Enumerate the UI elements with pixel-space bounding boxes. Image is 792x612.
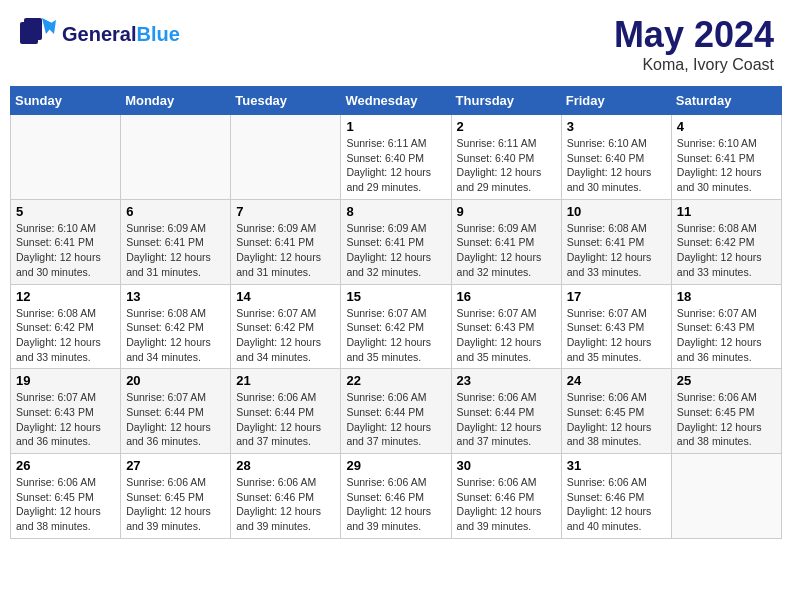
day-number: 1 xyxy=(346,119,445,134)
title-block: May 2024 Koma, Ivory Coast xyxy=(614,14,774,74)
day-info: Sunrise: 6:06 AM Sunset: 6:44 PM Dayligh… xyxy=(236,390,335,449)
calendar-cell: 3Sunrise: 6:10 AM Sunset: 6:40 PM Daylig… xyxy=(561,115,671,200)
day-number: 13 xyxy=(126,289,225,304)
day-number: 19 xyxy=(16,373,115,388)
calendar-week-row: 19Sunrise: 6:07 AM Sunset: 6:43 PM Dayli… xyxy=(11,369,782,454)
day-number: 10 xyxy=(567,204,666,219)
calendar-cell: 8Sunrise: 6:09 AM Sunset: 6:41 PM Daylig… xyxy=(341,199,451,284)
day-number: 5 xyxy=(16,204,115,219)
day-info: Sunrise: 6:08 AM Sunset: 6:42 PM Dayligh… xyxy=(677,221,776,280)
calendar-cell: 22Sunrise: 6:06 AM Sunset: 6:44 PM Dayli… xyxy=(341,369,451,454)
day-number: 8 xyxy=(346,204,445,219)
weekday-header: Sunday xyxy=(11,87,121,115)
day-number: 16 xyxy=(457,289,556,304)
day-number: 20 xyxy=(126,373,225,388)
calendar-cell: 13Sunrise: 6:08 AM Sunset: 6:42 PM Dayli… xyxy=(121,284,231,369)
day-info: Sunrise: 6:09 AM Sunset: 6:41 PM Dayligh… xyxy=(457,221,556,280)
day-info: Sunrise: 6:08 AM Sunset: 6:41 PM Dayligh… xyxy=(567,221,666,280)
day-info: Sunrise: 6:06 AM Sunset: 6:44 PM Dayligh… xyxy=(346,390,445,449)
calendar-cell: 20Sunrise: 6:07 AM Sunset: 6:44 PM Dayli… xyxy=(121,369,231,454)
page-header: GeneralBlue May 2024 Koma, Ivory Coast xyxy=(10,10,782,78)
calendar-cell: 2Sunrise: 6:11 AM Sunset: 6:40 PM Daylig… xyxy=(451,115,561,200)
day-number: 23 xyxy=(457,373,556,388)
day-info: Sunrise: 6:07 AM Sunset: 6:42 PM Dayligh… xyxy=(236,306,335,365)
day-info: Sunrise: 6:07 AM Sunset: 6:43 PM Dayligh… xyxy=(677,306,776,365)
calendar-header-row: SundayMondayTuesdayWednesdayThursdayFrid… xyxy=(11,87,782,115)
calendar-cell: 12Sunrise: 6:08 AM Sunset: 6:42 PM Dayli… xyxy=(11,284,121,369)
day-info: Sunrise: 6:10 AM Sunset: 6:41 PM Dayligh… xyxy=(677,136,776,195)
day-info: Sunrise: 6:06 AM Sunset: 6:46 PM Dayligh… xyxy=(567,475,666,534)
weekday-header: Tuesday xyxy=(231,87,341,115)
day-number: 6 xyxy=(126,204,225,219)
svg-rect-1 xyxy=(24,18,42,40)
calendar-week-row: 12Sunrise: 6:08 AM Sunset: 6:42 PM Dayli… xyxy=(11,284,782,369)
subtitle: Koma, Ivory Coast xyxy=(614,56,774,74)
day-number: 11 xyxy=(677,204,776,219)
logo-icon xyxy=(18,14,58,54)
day-info: Sunrise: 6:06 AM Sunset: 6:46 PM Dayligh… xyxy=(457,475,556,534)
calendar-cell: 9Sunrise: 6:09 AM Sunset: 6:41 PM Daylig… xyxy=(451,199,561,284)
logo-name: GeneralBlue xyxy=(62,23,180,46)
day-info: Sunrise: 6:07 AM Sunset: 6:43 PM Dayligh… xyxy=(16,390,115,449)
calendar-cell xyxy=(671,454,781,539)
day-number: 26 xyxy=(16,458,115,473)
calendar-cell: 29Sunrise: 6:06 AM Sunset: 6:46 PM Dayli… xyxy=(341,454,451,539)
weekday-header: Wednesday xyxy=(341,87,451,115)
day-number: 25 xyxy=(677,373,776,388)
day-number: 2 xyxy=(457,119,556,134)
weekday-header: Monday xyxy=(121,87,231,115)
calendar-cell: 5Sunrise: 6:10 AM Sunset: 6:41 PM Daylig… xyxy=(11,199,121,284)
day-number: 3 xyxy=(567,119,666,134)
calendar-cell: 27Sunrise: 6:06 AM Sunset: 6:45 PM Dayli… xyxy=(121,454,231,539)
day-info: Sunrise: 6:07 AM Sunset: 6:42 PM Dayligh… xyxy=(346,306,445,365)
day-info: Sunrise: 6:07 AM Sunset: 6:43 PM Dayligh… xyxy=(567,306,666,365)
calendar-cell: 18Sunrise: 6:07 AM Sunset: 6:43 PM Dayli… xyxy=(671,284,781,369)
calendar-cell: 24Sunrise: 6:06 AM Sunset: 6:45 PM Dayli… xyxy=(561,369,671,454)
day-number: 4 xyxy=(677,119,776,134)
calendar-cell: 1Sunrise: 6:11 AM Sunset: 6:40 PM Daylig… xyxy=(341,115,451,200)
day-number: 18 xyxy=(677,289,776,304)
day-info: Sunrise: 6:11 AM Sunset: 6:40 PM Dayligh… xyxy=(457,136,556,195)
calendar-week-row: 26Sunrise: 6:06 AM Sunset: 6:45 PM Dayli… xyxy=(11,454,782,539)
calendar-cell xyxy=(121,115,231,200)
day-info: Sunrise: 6:06 AM Sunset: 6:46 PM Dayligh… xyxy=(346,475,445,534)
calendar-week-row: 5Sunrise: 6:10 AM Sunset: 6:41 PM Daylig… xyxy=(11,199,782,284)
day-info: Sunrise: 6:11 AM Sunset: 6:40 PM Dayligh… xyxy=(346,136,445,195)
day-number: 17 xyxy=(567,289,666,304)
calendar-cell: 30Sunrise: 6:06 AM Sunset: 6:46 PM Dayli… xyxy=(451,454,561,539)
day-number: 15 xyxy=(346,289,445,304)
day-info: Sunrise: 6:06 AM Sunset: 6:45 PM Dayligh… xyxy=(126,475,225,534)
calendar-cell: 7Sunrise: 6:09 AM Sunset: 6:41 PM Daylig… xyxy=(231,199,341,284)
day-info: Sunrise: 6:08 AM Sunset: 6:42 PM Dayligh… xyxy=(126,306,225,365)
calendar-cell: 15Sunrise: 6:07 AM Sunset: 6:42 PM Dayli… xyxy=(341,284,451,369)
calendar-cell: 14Sunrise: 6:07 AM Sunset: 6:42 PM Dayli… xyxy=(231,284,341,369)
day-info: Sunrise: 6:06 AM Sunset: 6:45 PM Dayligh… xyxy=(16,475,115,534)
calendar-cell: 26Sunrise: 6:06 AM Sunset: 6:45 PM Dayli… xyxy=(11,454,121,539)
calendar-cell: 25Sunrise: 6:06 AM Sunset: 6:45 PM Dayli… xyxy=(671,369,781,454)
calendar-cell: 23Sunrise: 6:06 AM Sunset: 6:44 PM Dayli… xyxy=(451,369,561,454)
day-number: 12 xyxy=(16,289,115,304)
calendar-table: SundayMondayTuesdayWednesdayThursdayFrid… xyxy=(10,86,782,539)
day-number: 7 xyxy=(236,204,335,219)
day-info: Sunrise: 6:10 AM Sunset: 6:41 PM Dayligh… xyxy=(16,221,115,280)
calendar-cell: 11Sunrise: 6:08 AM Sunset: 6:42 PM Dayli… xyxy=(671,199,781,284)
day-number: 21 xyxy=(236,373,335,388)
day-number: 9 xyxy=(457,204,556,219)
main-title: May 2024 xyxy=(614,14,774,56)
weekday-header: Thursday xyxy=(451,87,561,115)
day-number: 29 xyxy=(346,458,445,473)
day-info: Sunrise: 6:09 AM Sunset: 6:41 PM Dayligh… xyxy=(346,221,445,280)
day-info: Sunrise: 6:07 AM Sunset: 6:43 PM Dayligh… xyxy=(457,306,556,365)
day-info: Sunrise: 6:06 AM Sunset: 6:45 PM Dayligh… xyxy=(677,390,776,449)
day-info: Sunrise: 6:06 AM Sunset: 6:44 PM Dayligh… xyxy=(457,390,556,449)
calendar-cell: 10Sunrise: 6:08 AM Sunset: 6:41 PM Dayli… xyxy=(561,199,671,284)
calendar-cell: 4Sunrise: 6:10 AM Sunset: 6:41 PM Daylig… xyxy=(671,115,781,200)
calendar-cell xyxy=(231,115,341,200)
weekday-header: Friday xyxy=(561,87,671,115)
calendar-cell: 16Sunrise: 6:07 AM Sunset: 6:43 PM Dayli… xyxy=(451,284,561,369)
day-info: Sunrise: 6:09 AM Sunset: 6:41 PM Dayligh… xyxy=(126,221,225,280)
day-info: Sunrise: 6:10 AM Sunset: 6:40 PM Dayligh… xyxy=(567,136,666,195)
calendar-week-row: 1Sunrise: 6:11 AM Sunset: 6:40 PM Daylig… xyxy=(11,115,782,200)
logo: GeneralBlue xyxy=(18,14,180,54)
day-number: 14 xyxy=(236,289,335,304)
